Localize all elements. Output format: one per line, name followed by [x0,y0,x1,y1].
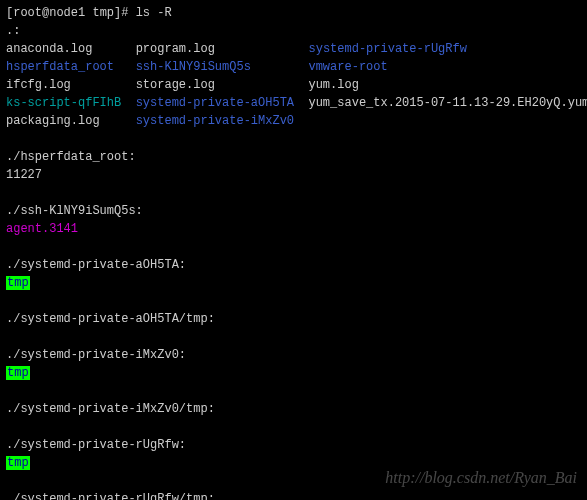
file-entry: storage.log [136,78,215,92]
prompt-line: [root@node1 tmp]# ls -R [6,4,581,22]
section-header: ./ssh-KlNY9iSumQ5s: [6,202,581,220]
file-entry: ifcfg.log [6,78,71,92]
section-header: ./systemd-private-rUgRfw/tmp: [6,490,581,500]
section-header: ./systemd-private-aOH5TA: [6,256,581,274]
listing-row: hsperfdata_root ssh-KlNY9iSumQ5s vmware-… [6,58,581,76]
file-entry: yum.log [308,78,358,92]
listing-row: ifcfg.log storage.log yum.log [6,76,581,94]
sticky-dir-entry: tmp [6,366,30,380]
listing-row: ks-script-qfFIhB systemd-private-aOH5TA … [6,94,581,112]
file-entry: anaconda.log [6,42,92,56]
section-header: ./hsperfdata_root: [6,148,581,166]
file-entry: packaging.log [6,114,100,128]
dir-entry: systemd-private-rUgRfw [308,42,466,56]
file-entry: program.log [136,42,215,56]
dir-entry: vmware-root [308,60,387,74]
file-entry: yum_save_tx.2015-07-11.13-29.EH20yQ.yumt… [308,96,587,110]
socket-entry: agent.3141 [6,222,78,236]
listing-row: anaconda.log program.log systemd-private… [6,40,581,58]
sticky-dir-entry: tmp [6,276,30,290]
section-header: ./systemd-private-iMxZv0/tmp: [6,400,581,418]
sticky-dir-entry: tmp [6,456,30,470]
exec-entry: ks-script-qfFIhB [6,96,121,110]
dir-entry: systemd-private-aOH5TA [136,96,294,110]
prompt-host: node1 [49,6,85,20]
file-entry: 11227 [6,166,581,184]
listing-row: packaging.log systemd-private-iMxZv0 [6,112,581,130]
section-header: ./systemd-private-aOH5TA/tmp: [6,310,581,328]
dir-entry: ssh-KlNY9iSumQ5s [136,60,251,74]
dir-entry: hsperfdata_root [6,60,114,74]
section-header: ./systemd-private-rUgRfw: [6,436,581,454]
section-header: ./systemd-private-iMxZv0: [6,346,581,364]
dir-dot: .: [6,22,581,40]
dir-entry: systemd-private-iMxZv0 [136,114,294,128]
prompt-user: root [13,6,42,20]
prompt-cwd: tmp [92,6,114,20]
command-input[interactable]: ls -R [136,6,172,20]
